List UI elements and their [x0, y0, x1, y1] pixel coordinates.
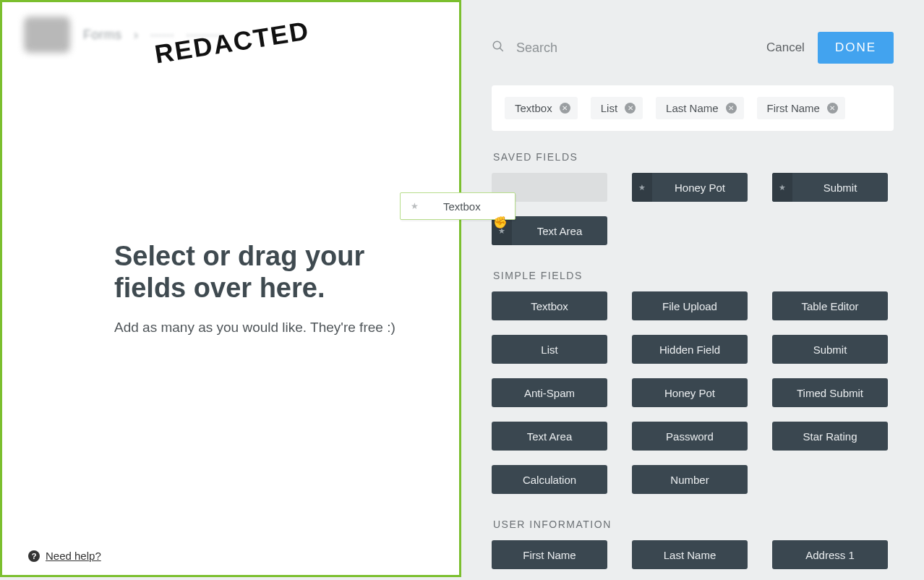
help-link[interactable]: ? Need help? [28, 550, 101, 562]
field-button[interactable]: Timed Submit [772, 378, 888, 407]
star-icon: ★ [411, 201, 419, 211]
field-button[interactable]: Hidden Field [632, 335, 748, 364]
field-button[interactable]: ★Text Area [492, 216, 607, 245]
field-button[interactable]: Calculation [492, 465, 607, 494]
field-button[interactable]: Last Name [632, 540, 748, 569]
dragging-field-label: Textbox [443, 200, 481, 213]
field-button-label: Calculation [523, 474, 576, 486]
dropzone-title-line2: fields over here. [114, 273, 325, 303]
field-button-label: Address 1 [805, 549, 855, 561]
field-button[interactable]: Honey Pot [632, 378, 748, 407]
search-input[interactable] [516, 40, 704, 56]
remove-tag-icon[interactable]: ✕ [827, 103, 838, 114]
field-button-label: Password [666, 430, 714, 443]
field-button[interactable]: ★Submit [772, 173, 888, 202]
section-title-saved: SAVED FIELDS [493, 151, 894, 163]
user-info-section: USER INFORMATION First NameLast NameAddr… [492, 519, 894, 569]
field-button[interactable]: First Name [492, 540, 607, 569]
field-button-label: List [541, 344, 557, 356]
field-button-label: Submit [813, 344, 847, 356]
svg-point-0 [493, 41, 501, 49]
tag-label: Last Name [666, 102, 719, 114]
field-button[interactable]: Number [632, 465, 748, 494]
svg-line-1 [500, 48, 503, 51]
tag-label: Textbox [515, 102, 552, 114]
field-button-label: Star Rating [803, 430, 857, 443]
dropzone-subtitle: Add as many as you would like. They're f… [114, 320, 416, 336]
field-button[interactable]: Star Rating [772, 422, 888, 451]
dropzone-title-line1: Select or drag your [114, 241, 364, 271]
field-button-label: File Upload [662, 300, 717, 312]
field-button-label: Submit [824, 182, 857, 194]
section-title-simple: SIMPLE FIELDS [493, 270, 894, 281]
field-button-label: Text Area [527, 430, 573, 443]
field-button[interactable]: Anti-Spam [492, 378, 607, 407]
field-button[interactable]: Table Editor [772, 291, 888, 320]
cancel-button[interactable]: Cancel [766, 40, 805, 55]
field-button-label: Textbox [531, 300, 568, 312]
simple-fields-section: SIMPLE FIELDS TextboxFile UploadTable Ed… [492, 270, 894, 494]
field-button-label: Table Editor [801, 300, 858, 312]
remove-tag-icon[interactable]: ✕ [560, 103, 570, 114]
done-button[interactable]: DONE [818, 32, 894, 64]
field-button[interactable]: List [492, 335, 607, 364]
section-title-userinfo: USER INFORMATION [493, 519, 894, 530]
selected-fields-box: Textbox✕List✕Last Name✕First Name✕ [492, 85, 894, 131]
selected-tag: Last Name✕ [656, 97, 744, 119]
dragging-field-ghost[interactable]: ★ Textbox [400, 192, 516, 220]
field-button-label: First Name [523, 549, 576, 561]
field-button-label: Text Area [537, 225, 583, 237]
dropzone-message: Select or drag your fields over here. Ad… [114, 241, 416, 336]
help-label[interactable]: Need help? [46, 550, 101, 562]
star-icon: ★ [632, 173, 652, 202]
selected-tag: First Name✕ [757, 97, 845, 119]
star-icon: ★ [492, 216, 512, 245]
remove-tag-icon[interactable]: ✕ [726, 103, 737, 114]
selected-tag: List✕ [591, 97, 643, 119]
field-button[interactable]: Submit [772, 335, 888, 364]
field-button[interactable]: Textbox [492, 291, 607, 320]
field-button-label: Timed Submit [797, 387, 863, 399]
saved-fields-section: SAVED FIELDS ★Honey Pot★Submit★Text Area [492, 151, 894, 245]
field-button-label: Last Name [664, 549, 716, 561]
field-button-label: Honey Pot [675, 182, 725, 194]
remove-tag-icon[interactable]: ✕ [625, 103, 636, 114]
tag-label: First Name [767, 102, 820, 114]
field-button[interactable]: Text Area [492, 422, 607, 451]
form-canvas[interactable]: Forms › ······ ········· REDACTED Select… [0, 0, 461, 577]
field-button-label: Number [670, 474, 709, 486]
tag-label: List [601, 102, 617, 114]
selected-tag: Textbox✕ [505, 97, 578, 119]
field-button-label: Hidden Field [659, 344, 720, 356]
field-palette: Cancel DONE Textbox✕List✕Last Name✕First… [461, 0, 924, 580]
field-button[interactable]: Password [632, 422, 748, 451]
search-icon [492, 40, 505, 56]
field-button-label: Anti-Spam [524, 387, 575, 399]
star-icon: ★ [772, 173, 792, 202]
field-button[interactable]: File Upload [632, 291, 748, 320]
field-button-label: Honey Pot [664, 387, 715, 399]
field-button[interactable]: Address 1 [772, 540, 888, 569]
app-logo [24, 17, 70, 53]
help-icon: ? [28, 550, 40, 562]
field-button[interactable]: ★Honey Pot [632, 173, 748, 202]
